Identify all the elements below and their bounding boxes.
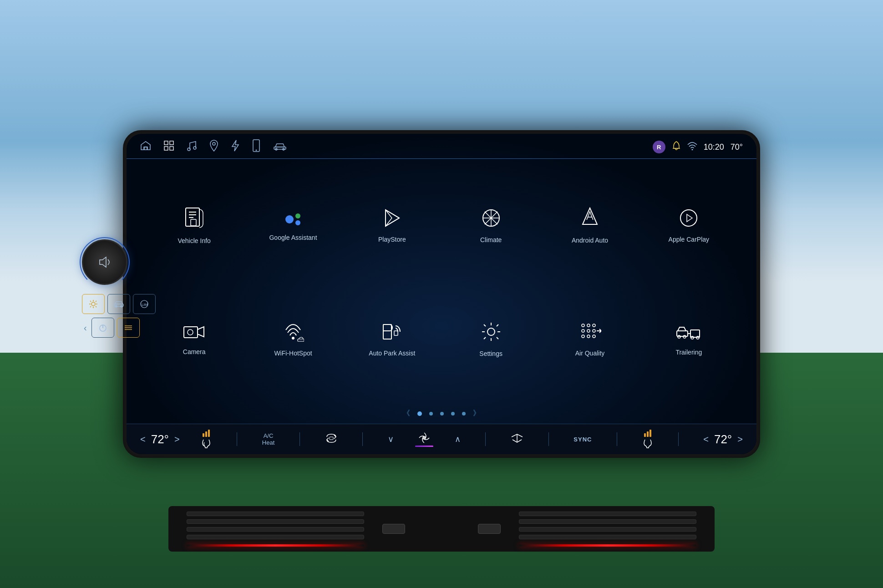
- apple-carplay-icon: [679, 208, 699, 231]
- svg-rect-18: [184, 327, 198, 338]
- music-nav-icon[interactable]: [187, 140, 197, 154]
- google-assistant-icon: [285, 209, 300, 229]
- svg-rect-4: [170, 147, 173, 150]
- volume-knob[interactable]: [82, 239, 127, 285]
- svg-point-9: [256, 150, 257, 151]
- svg-point-13: [691, 149, 693, 151]
- left-temp-section: < 72° >: [140, 432, 180, 446]
- seat-heater-right-icon: [642, 439, 653, 450]
- camera-app[interactable]: Camera: [145, 283, 244, 396]
- wifi-hotspot-app[interactable]: WiFi-HotSpot: [244, 283, 342, 396]
- svg-point-20: [292, 337, 294, 340]
- svg-rect-0: [144, 147, 147, 150]
- auto-park-assist-app[interactable]: Auto Park Assist: [343, 283, 442, 396]
- climate-icon: [481, 208, 502, 232]
- air-quality-label: Air Quality: [575, 350, 605, 357]
- svg-point-7: [213, 142, 215, 145]
- temp-display: 70°: [731, 142, 743, 152]
- svg-point-26: [587, 324, 590, 327]
- svg-point-31: [582, 335, 584, 338]
- right-temp-section: < 72° >: [703, 432, 743, 446]
- fan-speed-down-btn[interactable]: ∨: [388, 434, 394, 444]
- vehicle-info-label: Vehicle Info: [178, 237, 210, 244]
- status-bar: R: [653, 141, 743, 153]
- settings-ctrl-btn[interactable]: [82, 294, 105, 314]
- camera-icon: [183, 323, 206, 344]
- vent-red-accent: [187, 544, 364, 547]
- svg-point-25: [582, 324, 584, 327]
- left-temp-value: 72°: [151, 432, 169, 446]
- auto-park-assist-icon: [381, 322, 403, 345]
- svg-point-27: [593, 324, 595, 327]
- time-display: 10:20: [704, 142, 724, 152]
- pagination-dot-1[interactable]: [417, 411, 422, 416]
- air-quality-icon: [579, 322, 601, 345]
- top-nav-bar: R: [127, 134, 756, 159]
- divider-6: [617, 432, 617, 446]
- power-ctrl-btn[interactable]: [91, 318, 114, 338]
- nav-icons: [140, 139, 287, 155]
- svg-point-33: [593, 335, 595, 338]
- settings-app[interactable]: Settings: [442, 283, 540, 396]
- right-temp-value: 72°: [714, 432, 732, 446]
- seat-heater-left-icon: [201, 439, 212, 450]
- svg-rect-44: [114, 304, 123, 306]
- air-quality-app[interactable]: Air Quality: [540, 283, 639, 396]
- left-temp-increase-btn[interactable]: >: [174, 434, 180, 445]
- air-direction-icon[interactable]: [511, 433, 523, 445]
- right-temp-increase-btn[interactable]: >: [737, 434, 743, 445]
- app-grid: Vehicle Info: [127, 159, 756, 405]
- svg-point-32: [587, 335, 590, 338]
- svg-point-30: [593, 329, 595, 332]
- vehicle-info-app[interactable]: Vehicle Info: [145, 168, 244, 283]
- fan-icon: [418, 431, 431, 444]
- left-seat-heater: [201, 429, 212, 450]
- car-interior: R: [55, 44, 828, 544]
- svg-point-19: [188, 329, 193, 335]
- sync-button[interactable]: SYNC: [573, 436, 592, 443]
- back-chevron-btn[interactable]: ‹: [82, 321, 89, 335]
- lightning-nav-icon[interactable]: [231, 140, 239, 154]
- pagination-dot-2[interactable]: [429, 412, 433, 416]
- heat-label[interactable]: Heat: [262, 439, 274, 446]
- apple-carplay-app[interactable]: Apple CarPlay: [639, 168, 738, 283]
- ac-label[interactable]: A/C: [264, 432, 274, 439]
- trailering-app[interactable]: Trailering: [639, 283, 738, 396]
- apple-carplay-label: Apple CarPlay: [669, 236, 710, 243]
- svg-rect-2: [170, 141, 173, 145]
- svg-rect-23: [394, 331, 398, 335]
- left-temp-decrease-btn[interactable]: <: [140, 434, 146, 445]
- location-nav-icon[interactable]: [209, 140, 218, 154]
- divider-2: [299, 432, 300, 446]
- trailering-icon: [676, 323, 701, 344]
- playstore-app[interactable]: PlayStore: [343, 168, 442, 283]
- divider-1: [237, 432, 237, 446]
- pagination-next-btn[interactable]: 》: [473, 409, 480, 418]
- wifi-hotspot-icon: [282, 322, 304, 345]
- pagination-dot-5[interactable]: [462, 412, 466, 416]
- svg-rect-21: [298, 339, 304, 341]
- fan-speed-indicator: [415, 431, 433, 447]
- recirculation-icon[interactable]: [325, 433, 338, 446]
- wifi-icon: [687, 142, 697, 152]
- notification-bell-icon: [672, 141, 681, 153]
- grid-nav-icon[interactable]: [164, 141, 174, 153]
- climate-app[interactable]: Climate: [442, 168, 540, 283]
- svg-point-17: [680, 210, 697, 226]
- svg-rect-3: [164, 147, 168, 150]
- fan-speed-up-btn[interactable]: ∧: [455, 434, 461, 444]
- google-assistant-app[interactable]: Google Assistant: [244, 168, 342, 283]
- home-nav-icon[interactable]: [140, 141, 151, 153]
- camera-label: Camera: [183, 348, 206, 355]
- pagination-dot-4[interactable]: [451, 412, 455, 416]
- car-nav-icon[interactable]: [273, 141, 287, 153]
- user-avatar: R: [653, 141, 665, 153]
- divider-5: [548, 432, 549, 446]
- pagination-prev-btn[interactable]: 《: [403, 409, 410, 418]
- volume-ring: [80, 237, 130, 287]
- right-temp-decrease-btn[interactable]: <: [703, 434, 709, 445]
- android-auto-app[interactable]: Android Auto: [540, 168, 639, 283]
- pagination-dot-3[interactable]: [440, 412, 444, 416]
- phone-nav-icon[interactable]: [252, 139, 260, 155]
- google-assistant-label: Google Assistant: [269, 234, 317, 241]
